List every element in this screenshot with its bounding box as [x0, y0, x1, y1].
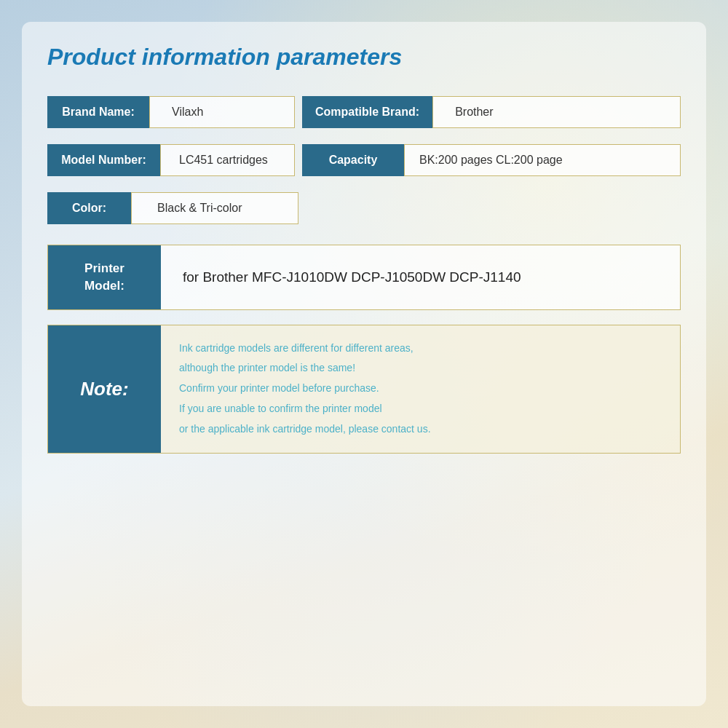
brand-row: Brand Name: Vilaxh Compatible Brand: Bro…: [47, 96, 681, 128]
compatible-brand-value: Brother: [432, 96, 681, 128]
note-row: Note: Ink cartridge models are different…: [47, 325, 681, 454]
page-wrapper: Product information parameters Brand Nam…: [0, 0, 728, 728]
capacity-value: BK:200 pages CL:200 page: [404, 144, 681, 176]
printer-model-label: PrinterModel:: [48, 245, 161, 309]
note-line-3: Confirm your printer model before purcha…: [179, 380, 662, 397]
model-number-value: LC451 cartridges: [160, 144, 295, 176]
color-value: Black & Tri-color: [131, 192, 298, 224]
brand-name-value: Vilaxh: [149, 96, 295, 128]
note-line-1: Ink cartridge models are different for d…: [179, 340, 662, 357]
color-row: Color: Black & Tri-color: [47, 192, 681, 224]
note-line-5: or the applicable ink cartridge model, p…: [179, 421, 662, 438]
compatible-brand-label: Compatible Brand:: [302, 96, 432, 128]
capacity-label: Capacity: [302, 144, 404, 176]
note-content: Ink cartridge models are different for d…: [161, 325, 680, 453]
printer-model-value: for Brother MFC-J1010DW DCP-J1050DW DCP-…: [161, 245, 680, 309]
color-label: Color:: [47, 192, 131, 224]
printer-model-row: PrinterModel: for Brother MFC-J1010DW DC…: [47, 245, 681, 310]
note-line-4: If you are unable to confirm the printer…: [179, 400, 662, 418]
page-title: Product information parameters: [47, 44, 681, 71]
note-line-2: although the printer model is the same!: [179, 360, 662, 377]
card: Product information parameters Brand Nam…: [22, 22, 706, 706]
note-label: Note:: [48, 325, 161, 453]
model-row: Model Number: LC451 cartridges Capacity …: [47, 144, 681, 176]
brand-name-label: Brand Name:: [47, 96, 149, 128]
model-number-label: Model Number:: [47, 144, 160, 176]
